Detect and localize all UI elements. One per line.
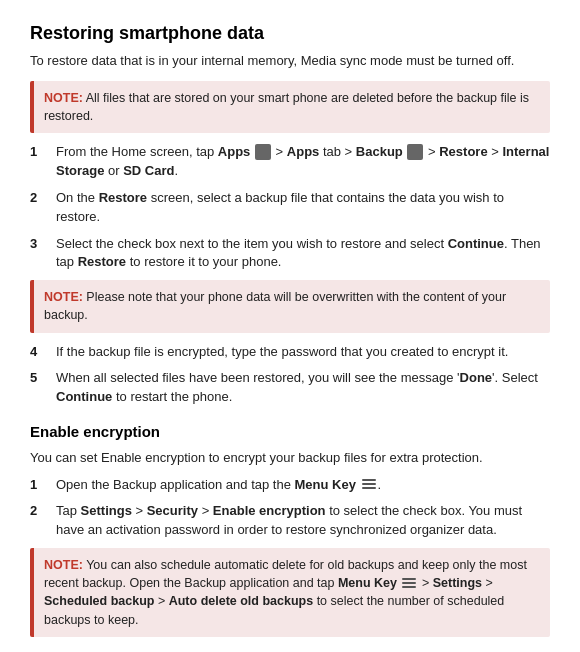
note3-text-4: >	[154, 594, 168, 608]
restore-screen-label: Restore	[99, 190, 147, 205]
restore-step-4: If the backup file is encrypted, type th…	[30, 343, 550, 362]
enable-encryption-intro: You can set Enable encryption to encrypt…	[30, 449, 550, 468]
encryption-step-2: Tap Settings > Security > Enable encrypt…	[30, 502, 550, 540]
note1-text: All files that are stored on your smart …	[44, 91, 529, 123]
note1-label: NOTE:	[44, 91, 83, 105]
restore-step-1: From the Home screen, tap Apps > Apps ta…	[30, 143, 550, 181]
encryption-steps-list: Open the Backup application and tap the …	[30, 476, 550, 541]
enable-encryption-title: Enable encryption	[30, 421, 550, 443]
security-label: Security	[147, 503, 198, 518]
menu-key-label-2: Menu Key	[338, 576, 397, 590]
menu-icon-1	[361, 477, 377, 491]
note-box-2: NOTE: Please note that your phone data w…	[30, 280, 550, 332]
settings-label-2: Settings	[433, 576, 482, 590]
note3-text-3: >	[482, 576, 493, 590]
intro-text: To restore data that is in your internal…	[30, 52, 550, 71]
restore-step-5: When all selected files have been restor…	[30, 369, 550, 407]
note-box-3: NOTE: You can also schedule automatic de…	[30, 548, 550, 637]
note2-label: NOTE:	[44, 290, 83, 304]
scheduled-backup-label: Scheduled backup	[44, 594, 154, 608]
apps-tab-label: Apps	[287, 144, 320, 159]
restore-btn-label: Restore	[78, 254, 126, 269]
encryption-step-1: Open the Backup application and tap the …	[30, 476, 550, 495]
restore-step-2: On the Restore screen, select a backup f…	[30, 189, 550, 227]
backup-icon	[407, 144, 423, 160]
menu-key-label-1: Menu Key	[295, 477, 356, 492]
restore-steps-list-2: If the backup file is encrypted, type th…	[30, 343, 550, 408]
settings-label-1: Settings	[81, 503, 132, 518]
page-title: Restoring smartphone data	[30, 20, 550, 46]
note2-text: Please note that your phone data will be…	[44, 290, 506, 322]
restore-label: Restore	[439, 144, 487, 159]
apps-icon	[255, 144, 271, 160]
enable-encryption-label: Enable encryption	[213, 503, 326, 518]
continue-label-1: Continue	[448, 236, 504, 251]
apps-label: Apps	[218, 144, 251, 159]
done-label: Done	[460, 370, 493, 385]
note3-text-2: >	[422, 576, 433, 590]
restore-step-3: Select the check box next to the item yo…	[30, 235, 550, 273]
note3-label: NOTE:	[44, 558, 83, 572]
auto-delete-label: Auto delete old backups	[169, 594, 313, 608]
restore-steps-list: From the Home screen, tap Apps > Apps ta…	[30, 143, 550, 272]
menu-icon-2	[401, 576, 417, 590]
sd-card-label: SD Card	[123, 163, 174, 178]
note-box-1: NOTE: All files that are stored on your …	[30, 81, 550, 133]
continue-label-2: Continue	[56, 389, 112, 404]
backup-label: Backup	[356, 144, 403, 159]
